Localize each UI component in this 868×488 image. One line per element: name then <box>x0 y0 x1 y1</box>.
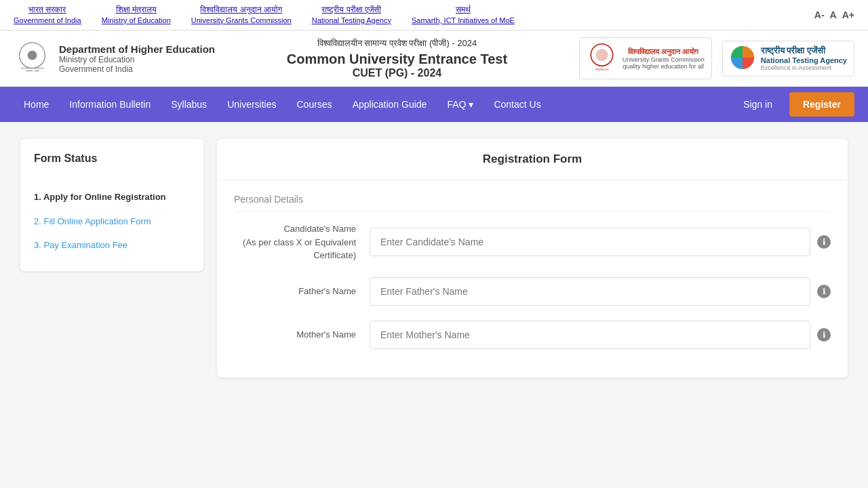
nta-text-block: राष्ट्रीय परीक्षा एजेंसी National Testin… <box>761 45 847 71</box>
font-large-btn[interactable]: A+ <box>842 9 854 20</box>
status-steps: 1. Apply for Online Registration 2. Fill… <box>34 185 190 258</box>
registration-form-title: Registration Form <box>217 139 848 180</box>
header-left: सत्यमेव जयते Department of Higher Educat… <box>14 38 215 79</box>
nav-auth: Sign in Register <box>733 92 854 117</box>
ugc-emblem: विश्वविद्यालय <box>587 41 617 75</box>
ugc-logo: विश्वविद्यालय विश्वविद्यालय अनुदान आयोग … <box>579 37 712 79</box>
top-bar-link-govt-india[interactable]: भारत सरकार Government of India <box>14 4 81 26</box>
step2[interactable]: 2. Fill Online Application Form <box>34 209 190 234</box>
candidate-name-row: Candidate's Name (As per class X or Equi… <box>234 222 831 262</box>
dept-name: Department of Higher Education <box>59 43 215 55</box>
nav-item-contact-us[interactable]: Contact Us <box>484 87 551 122</box>
nav-links: Home Information Bulletin Syllabus Unive… <box>14 87 551 122</box>
svg-text:विश्वविद्यालय: विश्वविद्यालय <box>595 68 609 72</box>
nta-icon <box>730 45 755 73</box>
signin-button[interactable]: Sign in <box>733 94 783 115</box>
top-bar-links: भारत सरकार Government of India शिक्षा मं… <box>14 4 515 26</box>
nta-logo: राष्ट्रीय परीक्षा एजेंसी National Testin… <box>722 41 854 77</box>
faq-dropdown-icon: ▾ <box>469 99 473 110</box>
candidate-name-input-wrap: ℹ <box>370 228 831 256</box>
top-bar: भारत सरकार Government of India शिक्षा मं… <box>0 0 868 30</box>
step1: 1. Apply for Online Registration <box>34 185 190 209</box>
svg-text:सत्यमेव जयते: सत्यमेव जयते <box>25 69 39 73</box>
nta-hindi-name: राष्ट्रीय परीक्षा एजेंसी <box>761 45 847 56</box>
top-bar-link-samarth[interactable]: समर्थ Samarth, ICT Initiatives of MoE <box>412 4 515 26</box>
father-name-label: Father's Name <box>234 285 370 298</box>
form-status-panel: Form Status 1. Apply for Online Registra… <box>20 139 203 271</box>
father-name-row: Father's Name ℹ <box>234 277 831 306</box>
font-normal-btn[interactable]: A <box>830 9 837 20</box>
top-bar-link-ugc[interactable]: विश्वविद्यालय अनुदान आयोग University Gra… <box>191 4 292 26</box>
candidate-name-input[interactable] <box>370 228 810 256</box>
font-size-controls: A- A A+ <box>814 9 854 20</box>
nav-item-app-guide[interactable]: Application Guide <box>342 87 437 122</box>
ugc-tagline: quality higher education for all <box>623 63 705 70</box>
nav-item-syllabus[interactable]: Syllabus <box>161 87 217 122</box>
header-dept-info: Department of Higher Education Ministry … <box>59 43 215 74</box>
govt-name: Government of India <box>59 64 215 74</box>
ugc-english-name: University Grants Commission <box>623 56 705 63</box>
registration-panel: Registration Form Personal Details Candi… <box>217 139 848 378</box>
mother-name-row: Mother's Name ℹ <box>234 321 831 349</box>
step3[interactable]: 3. Pay Examination Fee <box>34 233 190 258</box>
nav-item-courses[interactable]: Courses <box>286 87 342 122</box>
main-title: Common University Entrance Test <box>287 52 507 67</box>
nav-item-universities[interactable]: Universities <box>217 87 286 122</box>
main-content: Form Status 1. Apply for Online Registra… <box>0 122 868 394</box>
form-status-title: Form Status <box>34 152 190 171</box>
register-button[interactable]: Register <box>789 92 854 117</box>
nav-item-home[interactable]: Home <box>14 87 59 122</box>
father-name-info-icon[interactable]: ℹ <box>817 285 831 298</box>
sub-title: CUET (PG) - 2024 <box>287 67 507 79</box>
father-name-input-wrap: ℹ <box>370 277 831 306</box>
nta-tagline: Excellence in Assessment <box>761 64 847 71</box>
ministry-name: Ministry of Education <box>59 55 215 64</box>
header-right: विश्वविद्यालय विश्वविद्यालय अनुदान आयोग … <box>579 37 854 79</box>
nav-item-info-bulletin[interactable]: Information Bulletin <box>59 87 161 122</box>
mother-name-label: Mother's Name <box>234 328 370 342</box>
ugc-hindi-name: विश्वविद्यालय अनुदान आयोग <box>623 47 705 56</box>
candidate-name-info-icon[interactable]: ℹ <box>817 235 831 249</box>
mother-name-input-wrap: ℹ <box>370 321 831 349</box>
father-name-input[interactable] <box>370 277 810 306</box>
site-header: सत्यमेव जयते Department of Higher Educat… <box>0 30 868 87</box>
mother-name-input[interactable] <box>370 321 810 349</box>
candidate-name-label: Candidate's Name (As per class X or Equi… <box>234 222 370 262</box>
top-bar-link-nta[interactable]: राष्ट्रीय परीक्षा एजेंसी National Testin… <box>312 4 391 26</box>
registration-form-body: Personal Details Candidate's Name (As pe… <box>217 180 848 378</box>
header-center: विश्वविद्यालयीन सामान्य प्रवेश परीक्षा (… <box>287 38 507 79</box>
nav-item-faq[interactable]: FAQ ▾ <box>437 87 484 122</box>
personal-details-section: Personal Details <box>234 194 831 212</box>
ugc-text-block: विश्वविद्यालय अनुदान आयोग University Gra… <box>623 47 705 70</box>
mother-name-info-icon[interactable]: ℹ <box>817 328 831 342</box>
govt-emblem-logo: सत्यमेव जयते <box>14 38 51 79</box>
hindi-title: विश्वविद्यालयीन सामान्य प्रवेश परीक्षा (… <box>287 38 507 49</box>
nta-english-name: National Testing Agency <box>761 56 847 64</box>
main-navbar: Home Information Bulletin Syllabus Unive… <box>0 87 868 122</box>
svg-point-5 <box>595 49 608 61</box>
font-small-btn[interactable]: A- <box>814 9 825 20</box>
svg-point-1 <box>28 51 37 60</box>
top-bar-link-moe[interactable]: शिक्षा मंत्रालय Ministry of Education <box>102 4 171 26</box>
